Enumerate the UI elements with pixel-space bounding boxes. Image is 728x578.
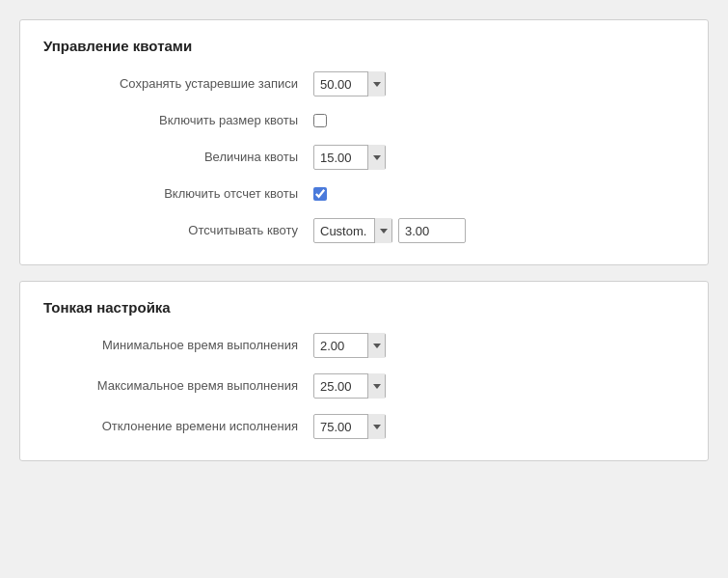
enable-quota-countdown-label: Включить отсчет квоты bbox=[43, 185, 313, 203]
dropdown-arrow-icon bbox=[373, 344, 381, 348]
enable-quota-size-row: Включить размер квоты bbox=[43, 112, 685, 129]
countdown-quota-select-btn[interactable] bbox=[374, 218, 391, 243]
exec-time-deviation-input[interactable] bbox=[314, 418, 367, 436]
enable-quota-size-control bbox=[313, 114, 327, 127]
exec-time-deviation-label: Отклонение времени исполнения bbox=[43, 418, 313, 435]
keep-old-records-input[interactable] bbox=[314, 75, 367, 94]
enable-quota-countdown-checkbox-wrapper bbox=[313, 187, 327, 201]
max-exec-time-control bbox=[313, 373, 386, 399]
dropdown-arrow-icon bbox=[373, 82, 381, 87]
max-exec-time-dropdown-btn[interactable] bbox=[367, 373, 385, 399]
max-exec-time-label: Максимальное время выполнения bbox=[43, 377, 313, 395]
keep-old-records-dropdown-btn[interactable] bbox=[367, 71, 385, 96]
quota-size-input[interactable] bbox=[314, 149, 367, 167]
quota-size-label: Величина квоты bbox=[43, 149, 313, 166]
fine-tuning-section: Тонкая настройка Минимальное время выпол… bbox=[19, 281, 709, 461]
countdown-quota-row: Отсчитывать квоту Custom. bbox=[43, 218, 685, 243]
exec-time-deviation-row: Отклонение времени исполнения bbox=[43, 414, 685, 439]
keep-old-records-spinbox bbox=[313, 71, 386, 96]
min-exec-time-label: Минимальное время выполнения bbox=[43, 337, 313, 354]
dropdown-arrow-icon bbox=[373, 384, 381, 389]
min-exec-time-control bbox=[313, 333, 386, 358]
enable-quota-countdown-checkbox[interactable] bbox=[313, 187, 327, 201]
enable-quota-countdown-control bbox=[313, 187, 327, 201]
max-exec-time-input[interactable] bbox=[314, 377, 367, 396]
enable-quota-size-label: Включить размер квоты bbox=[43, 112, 313, 129]
dropdown-arrow-icon bbox=[373, 425, 381, 429]
keep-old-records-row: Сохранять устаревшие записи bbox=[43, 71, 685, 96]
keep-old-records-control bbox=[313, 71, 386, 96]
dropdown-arrow-icon bbox=[373, 155, 381, 160]
quota-section-title: Управление квотами bbox=[43, 38, 685, 54]
countdown-quota-control: Custom. bbox=[313, 218, 466, 243]
countdown-quota-select: Custom. bbox=[313, 218, 392, 243]
enable-quota-countdown-row: Включить отсчет квоты bbox=[43, 185, 685, 203]
min-exec-time-spinbox bbox=[313, 333, 386, 358]
min-exec-time-dropdown-btn[interactable] bbox=[367, 333, 385, 358]
max-exec-time-row: Максимальное время выполнения bbox=[43, 373, 685, 399]
max-exec-time-spinbox bbox=[313, 373, 386, 399]
exec-time-deviation-control bbox=[313, 414, 386, 439]
min-exec-time-row: Минимальное время выполнения bbox=[43, 333, 685, 358]
enable-quota-size-checkbox[interactable] bbox=[313, 114, 327, 127]
quota-size-dropdown-btn[interactable] bbox=[367, 145, 385, 170]
countdown-quota-label: Отсчитывать квоту bbox=[43, 222, 313, 239]
dropdown-arrow-icon bbox=[380, 229, 388, 234]
enable-quota-size-checkbox-wrapper bbox=[313, 114, 327, 127]
keep-old-records-label: Сохранять устаревшие записи bbox=[43, 75, 313, 93]
quota-size-control bbox=[313, 145, 386, 170]
exec-time-deviation-dropdown-btn[interactable] bbox=[367, 414, 385, 439]
quota-size-spinbox bbox=[313, 145, 386, 170]
quota-section: Управление квотами Сохранять устаревшие … bbox=[19, 19, 709, 265]
fine-tuning-section-title: Тонкая настройка bbox=[43, 299, 685, 316]
page-wrapper: Управление квотами Сохранять устаревшие … bbox=[0, 0, 728, 481]
exec-time-deviation-spinbox bbox=[313, 414, 386, 439]
min-exec-time-input[interactable] bbox=[314, 337, 367, 355]
countdown-quota-select-value: Custom. bbox=[314, 222, 374, 240]
countdown-quota-input[interactable] bbox=[398, 218, 466, 243]
quota-size-row: Величина квоты bbox=[43, 145, 685, 170]
